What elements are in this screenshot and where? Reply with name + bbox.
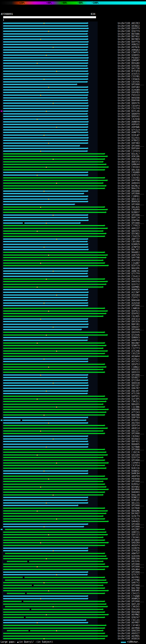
hit-label[interactable]: UniRef100_A6YM98 [118, 627, 140, 630]
hit-label[interactable]: UniRef100_O22431 [118, 137, 140, 139]
hit-bar[interactable] [7, 630, 102, 631]
hit-label[interactable]: UniRef100_A6YPR1 [118, 576, 140, 579]
hit-label[interactable]: UniRef100_Q6F451 [118, 440, 140, 443]
hit-bar[interactable] [3, 270, 87, 272]
hit-bar[interactable] [3, 396, 104, 397]
hit-bar[interactable] [3, 145, 79, 146]
hit-label[interactable]: UniRef100_B6T4G2 [118, 36, 140, 38]
hit-label[interactable]: UniRef100_Q6H3Y5 [118, 230, 140, 232]
hit-label[interactable]: UniRef100_Q397Z4 [118, 456, 140, 459]
hit-label[interactable]: UniRef100_A7SJX6 [118, 392, 140, 395]
hit-label[interactable]: UniRef100_B4NKH2 [118, 470, 140, 472]
hit-label[interactable]: UniRef100_B4ZNL4 [118, 185, 140, 187]
hit-bar[interactable] [3, 462, 108, 464]
hit-label[interactable]: UniRef100_B5X6D3 [118, 438, 140, 440]
hit-label[interactable]: UniRef100_UPI000... [118, 432, 144, 435]
hit-label[interactable]: UniRef100_Q6FLX0 [118, 603, 140, 606]
hit-bar[interactable] [3, 601, 104, 602]
hit-label[interactable]: UniRef100_C9CLQ1 [118, 619, 140, 622]
hit-label[interactable]: UniRef100_C1FDI9 [118, 150, 140, 152]
hit-label[interactable]: UniRef100_A8IZK3 [118, 22, 140, 24]
hit-bar[interactable] [3, 276, 87, 277]
hit-bar[interactable] [3, 124, 87, 125]
hit-bar[interactable] [3, 166, 108, 168]
hit-bar[interactable] [3, 182, 102, 184]
hit-bar[interactable] [3, 372, 104, 373]
hit-label[interactable]: UniRef100_B4MCB4 [118, 472, 140, 475]
hit-bar[interactable] [3, 265, 108, 266]
hit-label[interactable]: UniRef100_A7TZ43 [118, 411, 140, 414]
hit-bar[interactable] [3, 385, 88, 386]
hit-label[interactable]: UniRef100_A9NRY0 [118, 121, 140, 123]
hit-bar[interactable] [3, 614, 108, 615]
hit-bar[interactable] [3, 86, 87, 88]
hit-bar[interactable] [3, 345, 105, 346]
hit-bar[interactable] [3, 78, 87, 80]
hit-label[interactable]: UniRef100_Q9Y2I3 [118, 534, 140, 536]
hit-label[interactable]: UniRef100_Q4PMB5 [118, 286, 140, 288]
hit-label[interactable]: UniRef100_A6SW44 [118, 355, 140, 358]
hit-bar[interactable] [3, 121, 88, 122]
hit-bar[interactable] [3, 377, 87, 378]
hit-bar[interactable] [3, 289, 87, 290]
hit-label[interactable]: UniRef100_C7SDW0 [118, 595, 140, 598]
hit-bar[interactable] [3, 76, 87, 77]
hit-bar[interactable] [3, 217, 87, 218]
hit-label[interactable]: UniRef100_A9RQA3 [118, 49, 140, 51]
hit-bar[interactable] [3, 422, 87, 424]
hit-label[interactable]: UniRef100_Q9N9V3 [118, 336, 140, 339]
hit-bar[interactable] [3, 582, 107, 583]
hit-label[interactable]: UniRef100_C1GAN7 [118, 262, 140, 264]
hit-bar[interactable] [3, 334, 107, 336]
hit-label[interactable]: UniRef100_A7TFN6 [118, 579, 140, 582]
hit-label[interactable]: UniRef100_B53BD0 [118, 539, 140, 542]
hit-label[interactable]: UniRef100_C5G413 [118, 275, 140, 278]
hit-bar[interactable] [3, 620, 85, 621]
hit-bar[interactable] [3, 172, 87, 173]
hit-label[interactable]: UniRef100_C6LRD5 [118, 315, 140, 318]
hit-label[interactable]: UniRef100_C5WTC9 [118, 52, 140, 54]
hit-bar[interactable] [3, 201, 87, 202]
hit-bar[interactable] [3, 478, 107, 480]
hit-bar[interactable] [3, 465, 104, 466]
hit-bar[interactable] [3, 500, 87, 501]
hit-label[interactable]: UniRef100_A5E1C4 [118, 318, 140, 320]
hit-label[interactable]: UniRef100_A6WMZ9 [118, 598, 140, 600]
hit-label[interactable]: UniRef100_A9UQR8 [118, 190, 140, 192]
hit-label[interactable]: UniRef100_Q9SPB3 [118, 92, 140, 94]
hit-bar[interactable] [3, 102, 87, 104]
hit-label[interactable]: UniRef100_B4FFT8 [118, 41, 140, 43]
hit-bar[interactable] [3, 628, 104, 629]
hit-label[interactable]: UniRef100_Q7Z264 [118, 379, 140, 382]
hit-bar[interactable] [3, 89, 87, 90]
hit-label[interactable]: UniRef100_P45533 [118, 94, 140, 96]
hit-label[interactable]: UniRef100_Q2TBW8 [118, 446, 140, 448]
hit-label[interactable]: UniRef100_Q75CY7 [118, 574, 140, 576]
hit-label[interactable]: UniRef100_A9U5Z7 [118, 632, 140, 635]
hit-label[interactable]: UniRef100_B7FQF8 [118, 70, 140, 72]
hit-label[interactable]: UniRef100_B6KH28 [118, 200, 140, 203]
hit-bar[interactable] [3, 190, 87, 192]
hit-label[interactable]: UniRef100_A8B9R6 [118, 408, 140, 411]
hit-label[interactable]: UniRef100_A8P737 [118, 238, 140, 240]
hit-label[interactable]: UniRef100_Q6DV42 [118, 115, 140, 118]
hit-bar[interactable] [3, 588, 104, 589]
hit-label[interactable]: UniRef100_B6Q3P6 [118, 267, 140, 270]
hit-bar[interactable] [3, 25, 87, 26]
hit-bar[interactable] [3, 524, 87, 525]
hit-bar[interactable] [3, 134, 87, 136]
hit-label[interactable]: UniRef100_Q08Z99 [118, 630, 140, 632]
hit-label[interactable]: UniRef100_Q4Y7H8 [118, 256, 140, 259]
hit-bar[interactable] [3, 393, 87, 394]
hit-label[interactable]: UniRef100_Q41G04 [118, 454, 140, 456]
hit-label[interactable]: UniRef100_B9SE08 [118, 97, 140, 99]
hit-label[interactable]: UniRef100_B9FCJ4 [118, 216, 140, 219]
hit-bar[interactable] [3, 350, 107, 352]
hit-bar[interactable] [3, 332, 104, 333]
hit-bar[interactable] [3, 481, 102, 482]
hit-bar[interactable] [3, 564, 104, 565]
hit-label[interactable]: UniRef100_B4LTR0 [118, 587, 140, 590]
hit-label[interactable]: UniRef100_Q5UBZ7 [118, 376, 140, 379]
hit-label[interactable]: UniRef100_C4JFG4 [118, 464, 140, 467]
hit-bar[interactable] [3, 516, 102, 517]
